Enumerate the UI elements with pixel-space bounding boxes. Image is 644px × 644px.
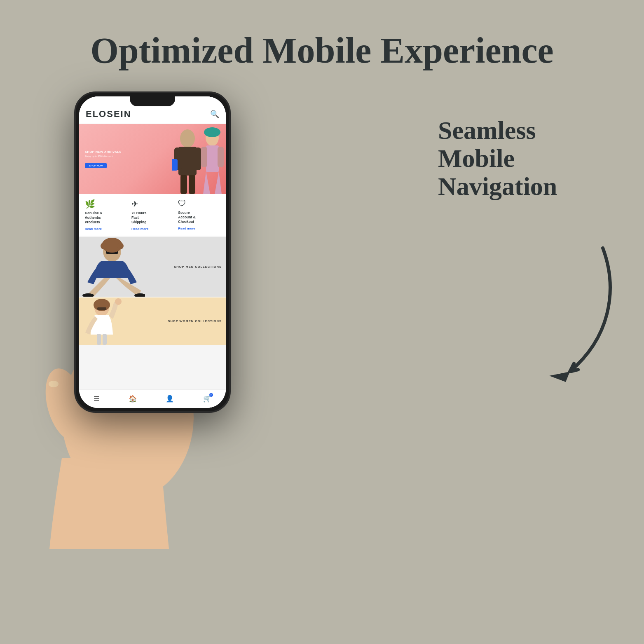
secure-icon: 🛡 (178, 199, 220, 208)
phone-notch (130, 96, 175, 106)
women-banner-label: SHOP WOMEN COLLECTIONS (168, 319, 222, 323)
bottom-nav: ☰ 🏠 👤 🛒 0 (79, 389, 226, 408)
app-content-area: ELOSEIN 🔍 SHOP NEW ARRIVALS Enjoy up to … (79, 96, 226, 389)
search-icon[interactable]: 🔍 (210, 110, 219, 119)
hero-banner: SHOP NEW ARRIVALS Enjoy up to 25% discou… (79, 124, 226, 194)
hero-person-female (197, 126, 226, 194)
nav-user-icon[interactable]: 👤 (166, 395, 174, 403)
hero-subtitle: Enjoy up to 25% discount (85, 155, 122, 157)
shipping-icon: ✈ (131, 199, 173, 209)
phone-frame: ELOSEIN 🔍 SHOP NEW ARRIVALS Enjoy up to … (74, 91, 231, 413)
feature-genuine: 🌿 Genuine &AuthenticProducts Read more (85, 199, 127, 231)
scene: ELOSEIN 🔍 SHOP NEW ARRIVALS Enjoy up to … (0, 75, 644, 561)
phone-inner: ELOSEIN 🔍 SHOP NEW ARRIVALS Enjoy up to … (79, 96, 226, 408)
men-banner-label: SHOP MEN COLLECTIONS (174, 265, 222, 269)
seamless-nav-text: Seamless Mobile Navigation (438, 116, 611, 201)
genuine-title: Genuine &AuthenticProducts (85, 211, 127, 225)
women-figure-area (79, 297, 124, 345)
shipping-read-more[interactable]: Read more (131, 227, 173, 231)
men-figure-area (79, 237, 145, 297)
svg-point-0 (180, 129, 195, 148)
svg-rect-5 (189, 175, 195, 194)
phone-screen: ELOSEIN 🔍 SHOP NEW ARRIVALS Enjoy up to … (79, 96, 226, 408)
svg-point-8 (204, 127, 220, 137)
cart-count: 0 (209, 393, 213, 397)
hero-shop-button[interactable]: SHOP NOW (85, 163, 107, 168)
svg-rect-6 (172, 159, 178, 171)
svg-point-18 (117, 243, 124, 249)
svg-rect-9 (206, 145, 219, 172)
main-heading: Optimized Mobile Experience (0, 0, 644, 71)
svg-point-17 (101, 243, 107, 249)
app-logo: ELOSEIN (86, 109, 131, 119)
svg-point-22 (115, 298, 122, 305)
features-section: 🌿 Genuine &AuthenticProducts Read more ✈… (79, 194, 226, 236)
secure-read-more[interactable]: Read more (178, 227, 220, 230)
shop-men-banner: SHOP MEN COLLECTIONS (79, 237, 226, 297)
shipping-title: 72 HoursFastShipping (131, 211, 173, 225)
genuine-read-more[interactable]: Read more (85, 227, 127, 231)
right-content: Seamless Mobile Navigation (438, 116, 611, 201)
feature-secure: 🛡 SecureAccount &Checkout Read more (178, 199, 220, 230)
shop-women-banner: SHOP WOMEN COLLECTIONS (79, 297, 226, 345)
svg-point-35 (49, 381, 59, 387)
svg-rect-10 (201, 147, 207, 167)
hero-tagline: SHOP NEW ARRIVALS (85, 150, 122, 154)
arrow-decoration (504, 240, 619, 388)
svg-rect-11 (218, 147, 224, 167)
hero-text: SHOP NEW ARRIVALS Enjoy up to 25% discou… (85, 150, 122, 168)
svg-rect-24 (103, 334, 107, 345)
feature-shipping: ✈ 72 HoursFastShipping Read more (131, 199, 173, 231)
nav-home-icon[interactable]: 🏠 (129, 395, 137, 403)
heading-text: Optimized Mobile Experience (90, 30, 553, 70)
svg-rect-4 (180, 175, 187, 194)
nav-menu-icon[interactable]: ☰ (94, 395, 99, 403)
svg-rect-21 (97, 307, 106, 310)
svg-rect-23 (97, 334, 101, 345)
genuine-icon: 🌿 (85, 199, 127, 209)
nav-cart-icon[interactable]: 🛒 0 (203, 395, 211, 403)
secure-title: SecureAccount &Checkout (178, 211, 220, 224)
